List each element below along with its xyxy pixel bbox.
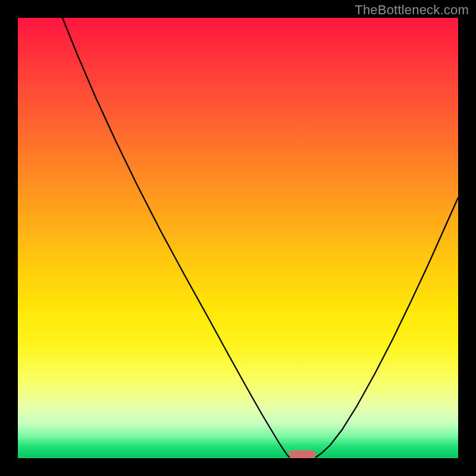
watermark-text: TheBottleneck.com xyxy=(355,2,469,18)
curve-right-branch xyxy=(315,198,458,458)
chart-plot-area xyxy=(18,18,458,458)
chart-stage: TheBottleneck.com xyxy=(0,0,476,476)
optimal-marker xyxy=(289,450,316,458)
bottleneck-curve xyxy=(18,18,458,458)
curve-left-branch xyxy=(62,18,290,458)
